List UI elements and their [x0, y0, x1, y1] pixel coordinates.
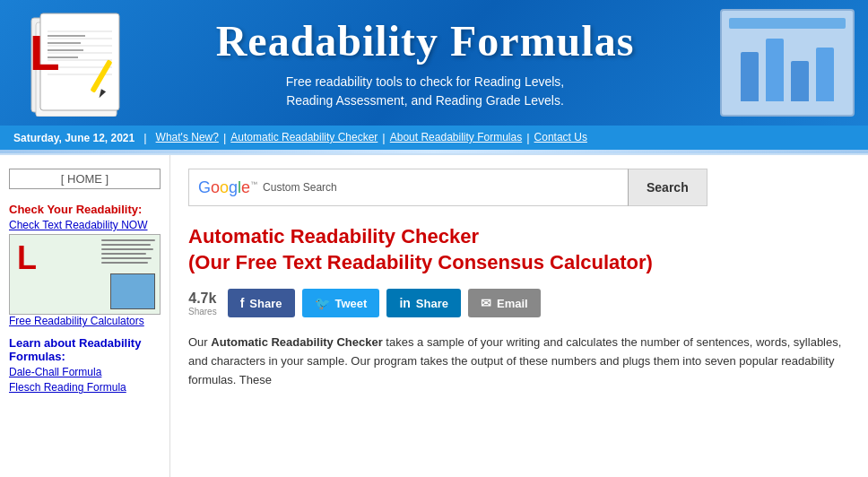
chart-bar-4	[816, 48, 834, 101]
sidebar-link-free-calculators[interactable]: Free Readability Calculators	[9, 315, 161, 327]
nav-bar: Saturday, June 12, 2021 | What's New? | …	[0, 126, 868, 150]
google-logo: Google™	[198, 178, 257, 197]
social-share-bar: 4.7k Shares f Share 🐦 Tweet in Share ✉ E…	[188, 289, 850, 317]
facebook-share-label: Share	[249, 297, 282, 310]
nav-date: Saturday, June 12, 2021	[13, 132, 135, 144]
linkedin-icon: in	[399, 296, 410, 310]
share-label: Shares	[188, 307, 217, 317]
share-number: 4.7k	[188, 291, 216, 307]
facebook-share-button[interactable]: f Share	[228, 289, 295, 317]
twitter-share-button[interactable]: 🐦 Tweet	[302, 289, 380, 317]
nav-link-auto-checker[interactable]: Automatic Readability Checker	[230, 131, 378, 144]
sidebar-section-readability-title: Check Your Readability:	[9, 203, 161, 216]
email-share-button[interactable]: ✉ Email	[468, 289, 541, 317]
linkedin-share-label: Share	[416, 297, 448, 310]
search-input[interactable]	[344, 181, 619, 195]
custom-search-label: Custom Search	[263, 181, 337, 194]
nav-link-contact[interactable]: Contact Us	[534, 131, 587, 144]
chart-bar-1	[741, 52, 759, 101]
search-button[interactable]: Search	[628, 169, 707, 206]
header-center: Readability Formulas Free readability to…	[130, 16, 720, 110]
twitter-share-label: Tweet	[335, 297, 368, 310]
page-title: Automatic Readability Checker (Our Free …	[188, 224, 850, 275]
search-input-container: Google™ Custom Search	[188, 169, 628, 206]
sidebar: [ HOME ] Check Your Readability: Check T…	[0, 155, 170, 477]
content-area: Google™ Custom Search Search Automatic R…	[170, 155, 868, 477]
sidebar-link-flesch[interactable]: Flesch Reading Formula	[9, 381, 161, 394]
sidebar-thumbnail: L	[9, 234, 161, 315]
facebook-icon: f	[240, 296, 245, 310]
body-text: Our Automatic Readability Checker takes …	[188, 334, 850, 389]
thumb-image	[110, 273, 155, 309]
body-bold-checker: Automatic Readability Checker	[211, 335, 382, 349]
page-title-line2: (Our Free Text Readability Consensus Cal…	[188, 250, 850, 276]
header-right-illustration	[720, 9, 855, 117]
thumb-letter: L	[17, 239, 37, 277]
search-bar: Google™ Custom Search Search	[188, 169, 850, 206]
sidebar-section-learn-title: Learn about Readability Formulas:	[9, 336, 161, 363]
nav-sep: |	[143, 131, 146, 144]
header-left-illustration: L	[13, 9, 130, 117]
share-count: 4.7k Shares	[188, 291, 217, 317]
main-container: [ HOME ] Check Your Readability: Check T…	[0, 155, 868, 477]
header: L Readability Formulas Free readability …	[0, 0, 868, 126]
site-title: Readability Formulas	[130, 16, 720, 65]
body-intro: Our	[188, 335, 211, 349]
linkedin-share-button[interactable]: in Share	[386, 289, 461, 317]
twitter-icon: 🐦	[315, 296, 330, 310]
sidebar-link-check-text[interactable]: Check Text Readability NOW	[9, 219, 161, 231]
nav-links: What's New? | Automatic Readability Chec…	[156, 131, 587, 144]
page-title-line1: Automatic Readability Checker	[188, 224, 850, 250]
sidebar-home[interactable]: [ HOME ]	[9, 169, 161, 189]
chart-bar-2	[766, 39, 784, 101]
chart-bar-3	[791, 61, 809, 101]
nav-link-whats-new[interactable]: What's New?	[156, 131, 219, 144]
thumb-lines	[101, 239, 155, 264]
email-icon: ✉	[481, 296, 491, 310]
site-subtitle: Free readability tools to check for Read…	[130, 73, 720, 110]
svg-text:L: L	[30, 25, 60, 81]
nav-link-about[interactable]: About Readability Formulas	[390, 131, 522, 144]
chart-header	[729, 18, 846, 29]
sidebar-link-dale-chall[interactable]: Dale-Chall Formula	[9, 366, 161, 378]
email-share-label: Email	[497, 297, 528, 310]
